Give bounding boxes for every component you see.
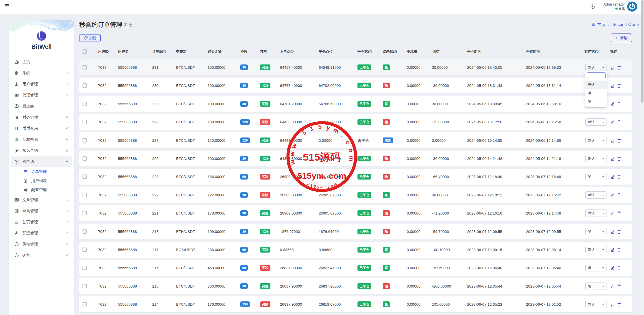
svg-text:.: . [295, 136, 301, 141]
svg-text:5: 5 [318, 123, 322, 130]
svg-text:$: $ [15, 115, 18, 120]
svg-text:1: 1 [310, 183, 313, 188]
svg-text:c: c [344, 139, 352, 146]
svg-text:y: y [326, 124, 331, 131]
svg-text:515源码: 515源码 [303, 151, 341, 163]
svg-text:B: B [15, 137, 18, 142]
svg-text:B: B [15, 126, 18, 131]
svg-text:5: 5 [307, 182, 310, 186]
svg-text:m: m [320, 185, 323, 189]
svg-text:.: . [325, 185, 326, 189]
svg-text:w: w [290, 142, 298, 150]
svg-text:w: w [289, 151, 296, 157]
svg-text:515ym. com: 515ym. com [297, 171, 346, 181]
svg-text:m: m [348, 156, 355, 162]
svg-text:.: . [340, 133, 346, 139]
svg-text:y: y [317, 185, 320, 189]
svg-text:1: 1 [309, 125, 314, 132]
svg-text:o: o [347, 148, 354, 153]
svg-text:c: c [327, 184, 330, 188]
svg-text:5: 5 [313, 184, 316, 188]
svg-text:w: w [289, 159, 296, 166]
svg-text:5: 5 [301, 129, 308, 136]
svg-text:o: o [330, 183, 334, 188]
